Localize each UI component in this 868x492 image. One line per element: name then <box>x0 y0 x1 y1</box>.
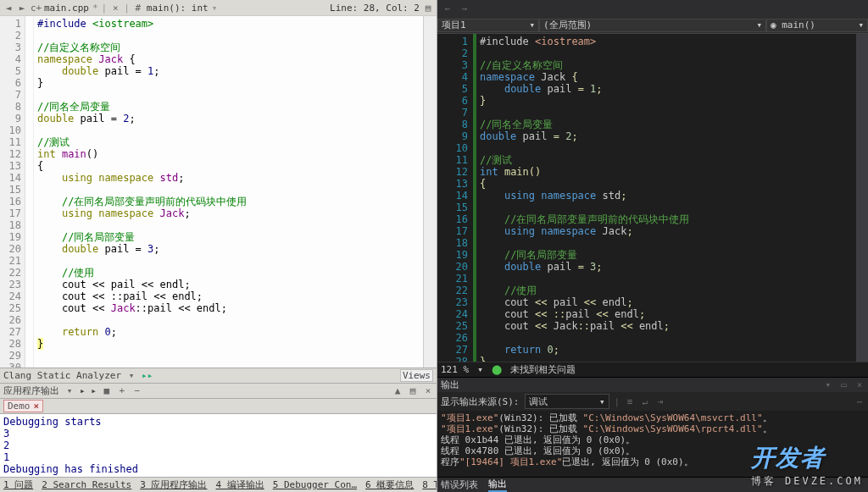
close-icon[interactable]: × <box>854 379 865 390</box>
line-gutter: 1234567891011121314151617181920212223242… <box>437 34 473 362</box>
code-area[interactable]: #include <iostream> //自定义名称空间namespace J… <box>476 34 856 362</box>
scrollbar[interactable] <box>856 34 868 362</box>
back-icon[interactable]: ← <box>442 3 453 14</box>
close-icon[interactable]: × <box>34 401 40 412</box>
bottom-tab[interactable]: 8 Test Results <box>422 479 437 490</box>
chevron-down-icon[interactable]: ▾ <box>126 370 136 381</box>
qtcreator-pane: ◄ ► c+ main.cpp * | × | # main(): int ▾ … <box>0 0 437 492</box>
views-button[interactable]: Views <box>400 369 433 382</box>
check-icon: ⬤ <box>492 364 502 375</box>
tab-output[interactable]: 输出 <box>488 478 507 492</box>
vs-tabbar: ← → <box>437 0 868 17</box>
run-icon[interactable]: ▸ ▸ <box>80 385 97 396</box>
minus-icon[interactable]: − <box>132 385 142 396</box>
tab-errors[interactable]: 错误列表 <box>441 478 478 491</box>
modified-dot: * <box>92 3 98 14</box>
close-icon[interactable]: × <box>423 385 433 396</box>
output-title: 应用程序输出 <box>3 384 59 397</box>
vs-status: 121 % ▾ ⬤ 未找到相关问题 <box>437 362 868 377</box>
goto-icon[interactable]: ⇥ <box>655 396 665 407</box>
bottom-tabs: 1 问题2 Search Results3 应用程序输出4 编译输出5 Debu… <box>0 477 437 492</box>
bottom-tabs: 错误列表 输出 <box>437 477 868 492</box>
output-tabs: Demo × <box>0 398 437 413</box>
options-icon[interactable]: ⋯ <box>854 396 865 407</box>
func-crumb[interactable]: main(): int <box>147 3 209 14</box>
output-title: 输出 <box>441 379 459 391</box>
demo-tab[interactable]: Demo × <box>3 400 43 412</box>
func-label: main() <box>782 19 815 30</box>
analyzer-bar: Clang Static Analyzer ▾ ▸▸ Views <box>0 368 437 383</box>
split-icon[interactable]: ▤ <box>423 3 433 14</box>
demo-tab-label: Demo <box>8 401 31 412</box>
code-editor[interactable]: 1234567891011121314151617181920212223242… <box>0 15 437 368</box>
scope-label: (全局范围) <box>543 19 592 31</box>
line-gutter: 1234567891011121314151617181920212223242… <box>0 16 25 368</box>
output-toolbar: 显示输出来源(S): 调试 ▾ | ≡ ↵ ⇥ ⋯ <box>437 392 868 411</box>
output-source-dropdown[interactable]: 调试 ▾ <box>525 394 609 409</box>
wrap-icon[interactable]: ↵ <box>640 396 650 407</box>
chevron-down-icon[interactable]: ▾ <box>64 385 75 396</box>
output-toolbar: 应用程序输出 ▾ ▸ ▸ ■ + − ▲ ▤ × <box>0 383 437 398</box>
vs-pane: ← → 项目1▾ (全局范围)▾ ◉ main()▾ 1234567891011… <box>437 0 868 492</box>
code-area[interactable]: #include <iostream> //自定义名称空间namespace J… <box>34 16 423 368</box>
bottom-tab[interactable]: 6 概要信息 <box>365 478 414 491</box>
func-icon: # <box>133 3 143 14</box>
analyzer-label[interactable]: Clang Static Analyzer <box>3 370 121 381</box>
close-icon[interactable]: × <box>110 3 120 14</box>
chevron-down-icon[interactable]: ▾ <box>212 3 218 14</box>
output-header: 输出 ▾ ▭ × <box>437 377 868 392</box>
bottom-tab[interactable]: 1 问题 <box>3 478 33 491</box>
fold-gutter[interactable] <box>25 16 34 368</box>
file-name[interactable]: main.cpp <box>44 3 89 14</box>
application-output[interactable]: Debugging starts 3 2 1 Debugging has fin… <box>0 413 437 477</box>
clear-icon[interactable]: ≡ <box>625 396 635 407</box>
project-dropdown[interactable]: 项目1▾ <box>437 19 539 32</box>
pin-icon[interactable]: ▭ <box>838 379 849 390</box>
line-col[interactable]: Line: 28, Col: 2 <box>330 3 420 14</box>
scope-dropdown[interactable]: (全局范围)▾ <box>539 19 766 32</box>
chevron-down-icon[interactable]: ▾ <box>477 364 483 375</box>
chevron-down-icon: ▾ <box>599 396 605 407</box>
play-icon[interactable]: ▸▸ <box>142 370 153 381</box>
chevron-down-icon: ▾ <box>858 19 864 30</box>
issues-label[interactable]: 未找到相关问题 <box>510 363 576 376</box>
project-label: 项目1 <box>442 19 466 31</box>
fwd-icon[interactable]: → <box>459 3 470 14</box>
fwd-icon[interactable]: ► <box>17 3 27 14</box>
bottom-tab[interactable]: 3 应用程序输出 <box>140 478 207 491</box>
scrollbar[interactable] <box>423 16 437 368</box>
nav-bar: 项目1▾ (全局范围)▾ ◉ main()▾ <box>437 17 868 34</box>
chevron-down-icon: ▾ <box>529 19 535 30</box>
zoom-label[interactable]: 121 % <box>441 364 469 375</box>
bottom-tab[interactable]: 4 编译输出 <box>215 478 264 491</box>
plus-icon[interactable]: + <box>117 385 127 396</box>
vs-editor[interactable]: 1234567891011121314151617181920212223242… <box>437 34 868 362</box>
editor-toolbar: ◄ ► c+ main.cpp * | × | # main(): int ▾ … <box>0 0 437 15</box>
stop-icon[interactable]: ■ <box>102 385 112 396</box>
up-icon[interactable]: ▲ <box>392 385 403 396</box>
output-source-value: 调试 <box>529 395 548 408</box>
chevron-down-icon: ▾ <box>756 19 762 30</box>
output-body[interactable]: "项目1.exe"(Win32): 已加载 "C:\Windows\SysWOW… <box>437 411 868 477</box>
bottom-tab[interactable]: 2 Search Results <box>42 479 131 490</box>
func-dropdown[interactable]: ◉ main()▾ <box>766 19 868 32</box>
cpp-icon: c+ <box>31 3 41 14</box>
output-source-label: 显示输出来源(S): <box>441 395 520 408</box>
bottom-tab[interactable]: 5 Debugger Con… <box>273 479 357 490</box>
back-icon[interactable]: ◄ <box>3 3 14 14</box>
dropdown-icon[interactable]: ▾ <box>823 379 833 390</box>
settings-icon[interactable]: ▤ <box>408 385 418 396</box>
